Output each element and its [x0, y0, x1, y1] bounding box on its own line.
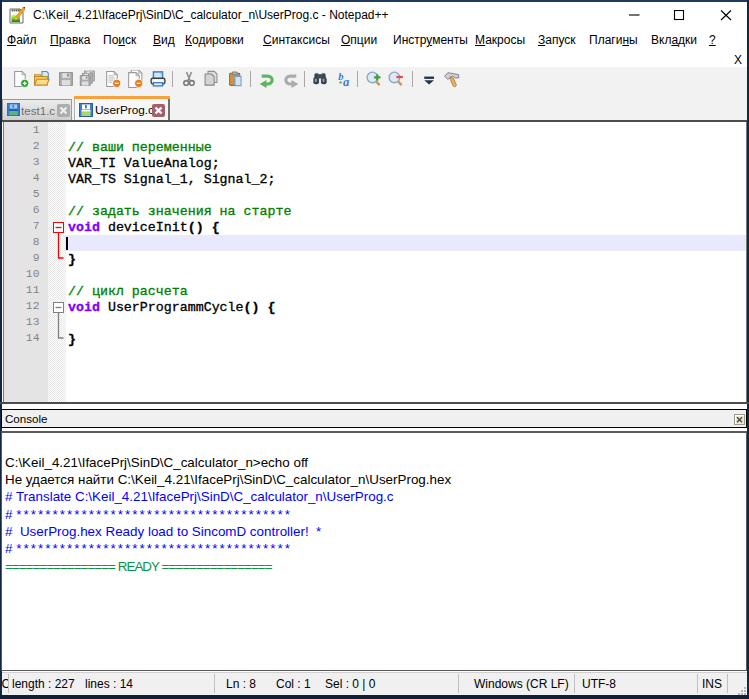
- svg-text:a: a: [343, 75, 350, 88]
